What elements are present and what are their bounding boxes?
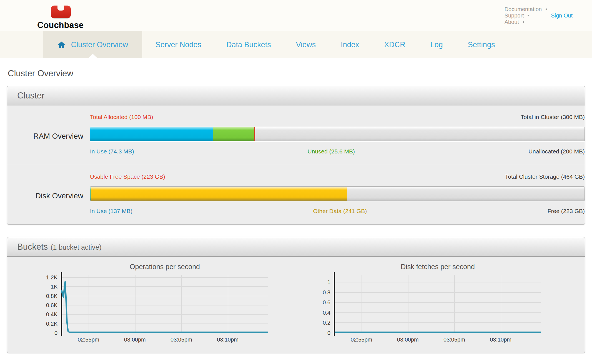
disk-overview-content: Usable Free Space (223 GB) Total Cluster… xyxy=(90,173,585,214)
disk-other-data-segment xyxy=(91,187,347,201)
active-tab-caret xyxy=(88,54,97,58)
nav-tab[interactable]: Log xyxy=(418,31,455,58)
chart-body: 1.2K1K0.8K0.6K0.4K0.2K0 xyxy=(39,275,268,333)
buckets-panel-header: Buckets (1 bucket active) xyxy=(7,237,585,257)
couchbase-logo: Couchbase xyxy=(37,6,84,30)
nav-tab-label: Cluster Overview xyxy=(71,41,128,49)
y-tick-label: 1 xyxy=(327,279,330,285)
x-tick-label: 03:00pm xyxy=(397,337,419,343)
y-tick-label: 0.6K xyxy=(46,302,57,309)
nav-tab[interactable]: XDCR xyxy=(372,31,418,58)
chart-line-canvas xyxy=(335,275,541,333)
utility-link-item: Documentation • xyxy=(505,6,551,12)
nav-tab[interactable]: Settings xyxy=(455,31,508,58)
cluster-panel-header: Cluster xyxy=(7,86,585,105)
ram-overview-content: Total Allocated (100 MB) Total in Cluste… xyxy=(90,114,585,155)
ram-top-labels: Total Allocated (100 MB) Total in Cluste… xyxy=(90,114,585,120)
couchbase-logo-icon xyxy=(51,6,71,18)
buckets-panel-title: Buckets xyxy=(17,242,48,252)
y-tick-label: 1K xyxy=(51,284,57,290)
chart-line-canvas xyxy=(62,275,268,333)
x-tick-label: 02:55pm xyxy=(78,337,99,343)
x-tick-label: 03:00pm xyxy=(124,337,146,343)
x-tick-label: 03:05pm xyxy=(443,337,465,343)
y-tick-label: 0 xyxy=(327,330,330,336)
ram-usage-bar xyxy=(90,127,585,141)
ram-total-in-cluster-label: Total in Cluster (300 MB) xyxy=(521,114,585,120)
sign-out-link[interactable]: Sign Out xyxy=(551,12,573,19)
content-area: Cluster Overview Cluster RAM Overview To… xyxy=(0,58,592,353)
ram-unused-segment xyxy=(213,127,255,141)
utility-link[interactable]: Support xyxy=(505,12,524,19)
nav-tab[interactable]: Views xyxy=(284,31,328,58)
disk-free-label: Free (223 GB) xyxy=(548,208,585,214)
utility-link[interactable]: Documentation xyxy=(505,6,542,12)
bullet-separator: • xyxy=(528,12,530,19)
disk-overview-row: Disk Overview Usable Free Space (223 GB)… xyxy=(7,165,585,224)
cluster-panel: Cluster RAM Overview Total Allocated (10… xyxy=(7,86,585,225)
y-tick-label: 0 xyxy=(54,330,57,336)
chart-line xyxy=(62,282,268,332)
utility-link-item: About • xyxy=(505,19,551,25)
y-tick-label: 0.2K xyxy=(46,320,57,327)
y-tick-label: 0.8 xyxy=(323,289,330,295)
disk-other-data-label: Other Data (241 GB) xyxy=(313,208,367,214)
chart-plot xyxy=(335,275,541,333)
x-tick-label: 03:05pm xyxy=(170,337,192,343)
nav-tab[interactable]: Index xyxy=(328,31,372,58)
x-axis-labels: 02:55pm03:00pm03:05pm03:10pm xyxy=(335,333,541,346)
disk-fetches-per-second-chart: Disk fetches per second 10.80.60.40.20 0… xyxy=(312,261,541,346)
y-tick-label: 0.4 xyxy=(323,309,330,316)
ram-unallocated-label: Unallocated (200 MB) xyxy=(528,148,585,155)
buckets-panel: Buckets (1 bucket active) Operations per… xyxy=(7,237,585,353)
y-tick-label: 1.2K xyxy=(46,274,57,281)
nav-tab[interactable]: Server Nodes xyxy=(143,31,214,58)
ram-overview-label: RAM Overview xyxy=(7,128,90,141)
cluster-panel-title: Cluster xyxy=(17,91,44,101)
disk-usable-free-label: Usable Free Space (223 GB) xyxy=(90,173,165,180)
ram-in-use-segment xyxy=(90,127,213,141)
chart-body: 10.80.60.40.20 xyxy=(312,275,541,333)
disk-top-labels: Usable Free Space (223 GB) Total Cluster… xyxy=(90,173,585,180)
operations-per-second-chart: Operations per second 1.2K1K0.8K0.6K0.4K… xyxy=(39,261,268,346)
y-tick-label: 0.2 xyxy=(323,320,330,326)
utility-links: Documentation • Support • About • Sign O… xyxy=(505,6,573,25)
buckets-panel-subtitle: (1 bucket active) xyxy=(51,243,101,251)
buckets-charts: Operations per second 1.2K1K0.8K0.6K0.4K… xyxy=(7,257,585,353)
ram-overview-row: RAM Overview Total Allocated (100 MB) To… xyxy=(7,105,585,165)
app-header: Couchbase Documentation • Support • Abou… xyxy=(0,0,592,31)
bullet-separator: • xyxy=(523,19,525,25)
utility-link-item: Support • xyxy=(505,12,551,19)
nav-tab-cluster-overview[interactable]: Cluster Overview xyxy=(43,31,142,58)
x-axis-labels: 02:55pm03:00pm03:05pm03:10pm xyxy=(62,333,268,346)
y-axis-labels: 1.2K1K0.8K0.6K0.4K0.2K0 xyxy=(39,275,62,333)
y-tick-label: 0.8K xyxy=(46,293,57,299)
disk-total-storage-label: Total Cluster Storage (464 GB) xyxy=(505,173,585,180)
x-tick-label: 03:10pm xyxy=(490,337,511,343)
y-tick-label: 0.6 xyxy=(323,299,330,306)
ram-unused-label: Unused (25.6 MB) xyxy=(308,148,355,155)
chart-title: Operations per second xyxy=(62,263,268,271)
x-tick-label: 02:55pm xyxy=(351,337,372,343)
page-title: Cluster Overview xyxy=(7,58,585,86)
couchbase-logo-notch xyxy=(57,6,64,11)
ram-bottom-labels: In Use (74.3 MB) Unused (25.6 MB) Unallo… xyxy=(90,148,585,155)
disk-usage-bar xyxy=(90,186,585,201)
brand-name: Couchbase xyxy=(37,20,84,30)
y-tick-label: 0.4K xyxy=(46,311,57,318)
chart-plot xyxy=(62,275,268,333)
ram-in-use-label: In Use (74.3 MB) xyxy=(90,148,134,155)
chart-title: Disk fetches per second xyxy=(335,263,541,271)
main-nav: Cluster Overview Server NodesData Bucket… xyxy=(0,31,592,58)
disk-overview-label: Disk Overview xyxy=(7,188,90,200)
nav-tab[interactable]: Data Buckets xyxy=(214,31,284,58)
bullet-separator: • xyxy=(545,6,547,12)
cluster-panel-body: RAM Overview Total Allocated (100 MB) To… xyxy=(7,105,585,224)
ram-total-allocated-label: Total Allocated (100 MB) xyxy=(90,114,153,120)
disk-in-use-label: In Use (137 MB) xyxy=(90,208,132,214)
disk-bottom-labels: In Use (137 MB) Other Data (241 GB) Free… xyxy=(90,208,585,214)
y-axis-labels: 10.80.60.40.20 xyxy=(312,275,335,333)
home-icon xyxy=(57,41,66,49)
utility-link[interactable]: About xyxy=(505,19,519,25)
x-tick-label: 03:10pm xyxy=(217,337,239,343)
